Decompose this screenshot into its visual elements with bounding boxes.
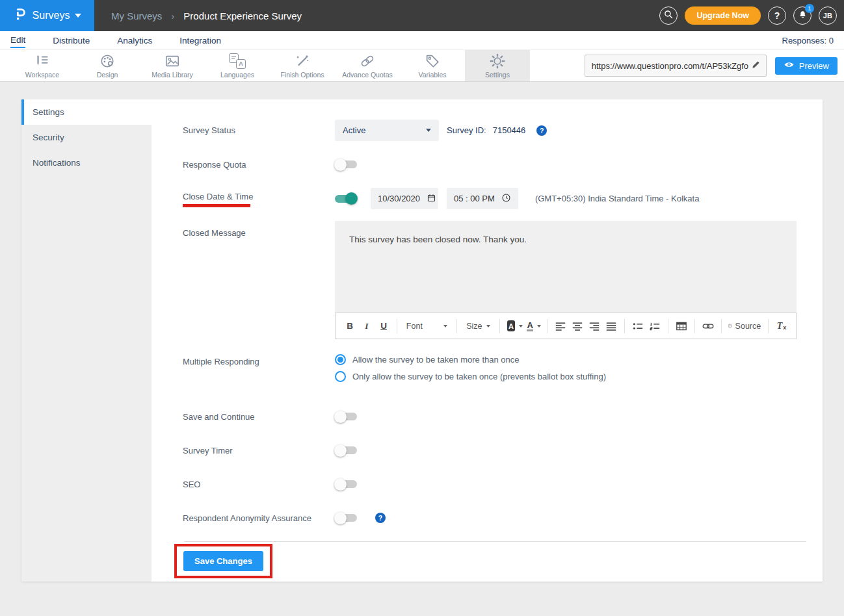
notification-badge: 1 bbox=[805, 4, 814, 13]
close-date-toggle[interactable] bbox=[335, 195, 357, 203]
user-avatar[interactable]: JB bbox=[819, 6, 837, 25]
questionpro-logo-icon bbox=[13, 7, 27, 24]
radio-unselected-icon[interactable] bbox=[335, 371, 346, 382]
toggle-knob bbox=[334, 159, 347, 171]
toolbar-item-variables[interactable]: Variables bbox=[400, 50, 465, 81]
survey-url-field[interactable]: https://www.questionpro.com/t/AP53kZgfo bbox=[585, 55, 767, 77]
search-button[interactable] bbox=[659, 6, 678, 25]
toolbar-item-media-library[interactable]: Media Library bbox=[140, 50, 205, 81]
bold-button[interactable]: B bbox=[342, 318, 358, 335]
anonymity-toggle[interactable] bbox=[335, 514, 357, 522]
remove-format-button[interactable]: Tx bbox=[774, 318, 789, 335]
background-color-button[interactable]: A bbox=[505, 318, 525, 335]
responses-count: Responses: 0 bbox=[782, 36, 834, 45]
numbered-list-button[interactable] bbox=[647, 318, 663, 335]
help-button[interactable]: ? bbox=[768, 6, 786, 25]
avatar-initials: JB bbox=[823, 12, 833, 19]
tab-analytics[interactable]: Analytics bbox=[117, 33, 152, 47]
survey-status-select[interactable]: Active bbox=[335, 120, 439, 141]
toggle-knob bbox=[334, 478, 347, 491]
source-label: Source bbox=[735, 322, 761, 331]
close-date-input[interactable]: 10/30/2020 bbox=[371, 188, 438, 209]
sidebar-item-security[interactable]: Security bbox=[21, 125, 152, 150]
anonymity-row: Respondent Anonymity Assurance ? bbox=[183, 510, 806, 526]
search-icon bbox=[663, 9, 674, 22]
product-name: Surveys bbox=[33, 10, 70, 21]
product-switcher[interactable]: Surveys bbox=[0, 0, 94, 31]
toolbar-item-languages[interactable]: A Languages bbox=[205, 50, 270, 81]
remove-format-t: T bbox=[777, 321, 783, 331]
text-color-button[interactable]: A bbox=[526, 318, 542, 335]
upgrade-now-button[interactable]: Upgrade Now bbox=[685, 6, 761, 25]
size-dropdown[interactable]: Size bbox=[462, 318, 494, 335]
justify-button[interactable] bbox=[603, 318, 619, 335]
radio-option-once[interactable]: Only allow the survey to be taken once (… bbox=[335, 371, 606, 382]
radio-option-multiple-label: Allow the survey to be taken more than o… bbox=[352, 355, 520, 365]
toolbar-item-advance-quotas[interactable]: Advance Quotas bbox=[335, 50, 400, 81]
insert-table-button[interactable] bbox=[674, 318, 689, 335]
toolbar-separator bbox=[721, 319, 722, 333]
survey-timer-label: Survey Timer bbox=[183, 446, 335, 456]
toolbar-label-finish-options: Finish Options bbox=[280, 71, 324, 79]
align-left-button[interactable] bbox=[553, 318, 568, 335]
tab-edit[interactable]: Edit bbox=[10, 32, 25, 48]
chevron-down-icon bbox=[519, 325, 523, 327]
breadcrumb-survey-title: Product Experience Survey bbox=[183, 10, 302, 21]
toolbar-separator bbox=[499, 319, 500, 333]
italic-button[interactable]: I bbox=[359, 318, 375, 335]
save-changes-button[interactable]: Save Changes bbox=[183, 551, 263, 571]
sidebar-item-notifications[interactable]: Notifications bbox=[21, 150, 152, 175]
timezone-text: (GMT+05:30) India Standard Time - Kolkat… bbox=[535, 194, 700, 203]
breadcrumb-my-surveys[interactable]: My Surveys bbox=[111, 10, 162, 21]
toolbar-label-media-library: Media Library bbox=[152, 71, 193, 79]
settings-gear-icon bbox=[489, 53, 506, 69]
survey-status-row: Survey Status Active Survey ID: 7150446 … bbox=[183, 120, 806, 141]
sidebar-item-settings[interactable]: Settings bbox=[21, 99, 152, 125]
closed-message-textarea[interactable]: This survey has been closed now. Thank y… bbox=[335, 221, 797, 313]
seo-row: SEO bbox=[183, 476, 806, 492]
size-dropdown-label: Size bbox=[466, 322, 482, 331]
close-date-row: Close Date & Time 10/30/2020 05 : 00 PM … bbox=[183, 188, 806, 209]
response-quota-toggle[interactable] bbox=[335, 160, 357, 168]
tab-distribute[interactable]: Distribute bbox=[53, 33, 90, 47]
seo-toggle[interactable] bbox=[335, 480, 357, 488]
survey-id-label: Survey ID: bbox=[447, 125, 486, 135]
radio-selected-icon[interactable] bbox=[335, 354, 346, 365]
close-time-input[interactable]: 05 : 00 PM bbox=[447, 188, 518, 209]
toggle-knob bbox=[334, 411, 347, 423]
align-right-button[interactable] bbox=[587, 318, 602, 335]
response-quota-label: Response Quota bbox=[183, 160, 335, 170]
edit-url-pencil-icon[interactable] bbox=[751, 60, 761, 72]
preview-label: Preview bbox=[799, 61, 829, 71]
multiple-responding-row: Multiple Responding Allow the survey to … bbox=[183, 354, 806, 382]
underline-button[interactable]: U bbox=[376, 318, 391, 335]
breadcrumb: My Surveys › Product Experience Survey bbox=[111, 10, 302, 21]
variables-tag-icon bbox=[424, 53, 441, 69]
close-date-value: 10/30/2020 bbox=[378, 194, 420, 203]
survey-id-help-icon[interactable]: ? bbox=[536, 125, 547, 136]
toolbar-item-workspace[interactable]: Workspace bbox=[10, 50, 75, 81]
toolbar-separator bbox=[547, 319, 547, 333]
radio-option-multiple[interactable]: Allow the survey to be taken more than o… bbox=[335, 354, 606, 365]
align-center-button[interactable] bbox=[570, 318, 585, 335]
toolbar-item-settings[interactable]: Settings bbox=[465, 50, 530, 81]
insert-link-button[interactable] bbox=[700, 318, 716, 335]
survey-timer-toggle[interactable] bbox=[335, 446, 357, 454]
toolbar-item-design[interactable]: Design bbox=[75, 50, 140, 81]
settings-form: Survey Status Active Survey ID: 7150446 … bbox=[152, 99, 823, 582]
settings-panel: Settings Security Notifications Survey S… bbox=[21, 99, 823, 582]
anonymity-help-icon[interactable]: ? bbox=[375, 513, 386, 523]
save-continue-toggle[interactable] bbox=[335, 413, 357, 420]
text-color-icon: A bbox=[527, 321, 533, 331]
bullet-list-button[interactable] bbox=[630, 318, 646, 335]
languages-icon: A bbox=[229, 53, 246, 69]
tab-integration[interactable]: Integration bbox=[179, 33, 221, 47]
source-button[interactable]: Source bbox=[726, 318, 763, 335]
preview-button[interactable]: Preview bbox=[775, 57, 837, 75]
font-dropdown[interactable]: Font bbox=[402, 318, 452, 335]
toolbar-item-finish-options[interactable]: Finish Options bbox=[270, 50, 335, 81]
toolbar-label-workspace: Workspace bbox=[25, 71, 59, 79]
close-date-label-wrap: Close Date & Time bbox=[183, 192, 335, 207]
notifications-button[interactable]: 1 bbox=[793, 6, 811, 25]
breadcrumb-separator: › bbox=[171, 10, 174, 21]
